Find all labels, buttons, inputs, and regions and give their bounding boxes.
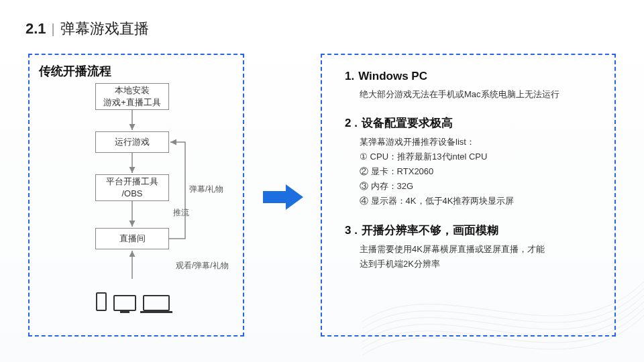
req-item-1: 1.Windows PC 绝大部分游戏无法在手机或Mac系统电脑上无法运行 xyxy=(345,70,596,102)
req-idx-2: 2 . xyxy=(345,117,358,129)
req-head-1: 1.Windows PC xyxy=(345,70,596,83)
section-title: 弹幕游戏直播 xyxy=(60,19,149,39)
req-item-3: 3 .开播分辨率不够，画面模糊 主播需要使用4K屏幕横屏直播或竖屏直播，才能 达… xyxy=(345,223,596,272)
req-body-2: 某弹幕游戏开播推荐设备list： ① CPU：推荐最新13代intel CPU … xyxy=(345,135,596,208)
req-line: ③ 内存：32G xyxy=(360,179,596,194)
panel-left-title: 传统开播流程 xyxy=(39,63,233,79)
req-body-1: 绝大部分游戏无法在手机或Mac系统电脑上无法运行 xyxy=(345,87,596,102)
req-head-2: 2 .设备配置要求极高 xyxy=(345,115,596,131)
panel-traditional-flow: 传统开播流程 本地安装游戏+直播工具 运行游戏 平台开播工具/OBS 直播间 推… xyxy=(28,54,244,337)
req-line: 某弹幕游戏开播推荐设备list： xyxy=(360,135,596,149)
big-arrow-icon xyxy=(263,184,303,210)
req-line: 达到手机端2K分辨率 xyxy=(360,257,596,272)
section-number: 2.1 xyxy=(25,20,46,38)
req-body-3: 主播需要使用4K屏幕横屏直播或竖屏直播，才能 达到手机端2K分辨率 xyxy=(345,242,596,272)
req-head-3: 3 .开播分辨率不够，画面模糊 xyxy=(345,223,596,238)
req-line: 绝大部分游戏无法在手机或Mac系统电脑上无法运行 xyxy=(360,87,596,102)
slide: 2.1 | 弹幕游戏直播 传统开播流程 本地安装游戏+直播工具 运行游戏 平台开… xyxy=(0,0,644,362)
req-title-1: Windows PC xyxy=(358,70,427,82)
req-idx-1: 1. xyxy=(345,70,354,82)
flow-diagram: 本地安装游戏+直播工具 运行游戏 平台开播工具/OBS 直播间 推流 弹幕/礼物… xyxy=(39,83,233,331)
section-heading: 2.1 | 弹幕游戏直播 xyxy=(25,19,149,39)
req-line: ① CPU：推荐最新13代intel CPU xyxy=(360,149,596,164)
req-item-2: 2 .设备配置要求极高 某弹幕游戏开播推荐设备list： ① CPU：推荐最新1… xyxy=(345,115,596,208)
req-idx-3: 3 . xyxy=(345,224,358,237)
req-title-3: 开播分辨率不够，画面模糊 xyxy=(362,224,498,237)
req-title-2: 设备配置要求极高 xyxy=(362,117,453,129)
section-divider: | xyxy=(52,21,55,37)
flow-arrows xyxy=(39,83,233,331)
req-line: ④ 显示器：4K，低于4K推荐两块显示屏 xyxy=(360,194,596,208)
panel-requirements: 1.Windows PC 绝大部分游戏无法在手机或Mac系统电脑上无法运行 2 … xyxy=(321,54,616,337)
req-line: ② 显卡：RTX2060 xyxy=(360,164,596,179)
req-line: 主播需要使用4K屏幕横屏直播或竖屏直播，才能 xyxy=(360,242,596,257)
